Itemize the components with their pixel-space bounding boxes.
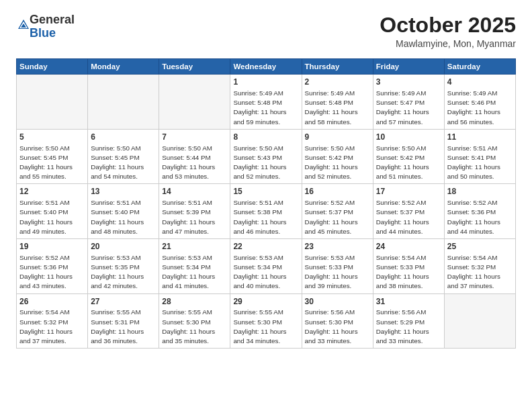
day-info: Sunrise: 5:50 AM Sunset: 5:45 PM Dayligh… bbox=[19, 144, 85, 182]
calendar-cell: 30Sunrise: 5:56 AM Sunset: 5:30 PM Dayli… bbox=[302, 293, 373, 349]
calendar-cell: 6Sunrise: 5:50 AM Sunset: 5:45 PM Daylig… bbox=[88, 129, 159, 184]
day-number: 18 bbox=[447, 186, 513, 197]
calendar-cell: 3Sunrise: 5:49 AM Sunset: 5:47 PM Daylig… bbox=[373, 75, 444, 130]
calendar-week-2: 5Sunrise: 5:50 AM Sunset: 5:45 PM Daylig… bbox=[17, 129, 516, 184]
logo-blue: Blue bbox=[30, 26, 56, 40]
col-header-sunday: Sunday bbox=[17, 59, 88, 75]
calendar-cell bbox=[444, 293, 515, 349]
day-number: 1 bbox=[233, 77, 298, 88]
col-header-saturday: Saturday bbox=[444, 59, 515, 75]
day-info: Sunrise: 5:55 AM Sunset: 5:30 PM Dayligh… bbox=[233, 308, 298, 346]
col-header-thursday: Thursday bbox=[302, 59, 373, 75]
calendar-cell: 29Sunrise: 5:55 AM Sunset: 5:30 PM Dayli… bbox=[230, 293, 302, 349]
day-info: Sunrise: 5:51 AM Sunset: 5:38 PM Dayligh… bbox=[233, 198, 298, 236]
day-info: Sunrise: 5:52 AM Sunset: 5:37 PM Dayligh… bbox=[376, 198, 441, 236]
day-info: Sunrise: 5:54 AM Sunset: 5:33 PM Dayligh… bbox=[376, 253, 441, 291]
calendar-cell: 20Sunrise: 5:53 AM Sunset: 5:35 PM Dayli… bbox=[88, 239, 159, 294]
day-info: Sunrise: 5:53 AM Sunset: 5:34 PM Dayligh… bbox=[162, 253, 227, 291]
calendar-cell: 26Sunrise: 5:54 AM Sunset: 5:32 PM Dayli… bbox=[17, 293, 88, 349]
day-number: 28 bbox=[162, 296, 227, 308]
calendar-cell: 9Sunrise: 5:50 AM Sunset: 5:42 PM Daylig… bbox=[302, 129, 373, 184]
day-info: Sunrise: 5:53 AM Sunset: 5:33 PM Dayligh… bbox=[305, 253, 370, 291]
day-number: 31 bbox=[376, 296, 441, 308]
calendar-cell: 15Sunrise: 5:51 AM Sunset: 5:38 PM Dayli… bbox=[230, 184, 302, 239]
calendar-header-row: SundayMondayTuesdayWednesdayThursdayFrid… bbox=[17, 59, 516, 75]
calendar-cell: 5Sunrise: 5:50 AM Sunset: 5:45 PM Daylig… bbox=[17, 129, 88, 184]
day-info: Sunrise: 5:52 AM Sunset: 5:36 PM Dayligh… bbox=[447, 198, 513, 236]
day-number: 10 bbox=[376, 132, 441, 143]
day-number: 12 bbox=[19, 186, 85, 197]
col-header-tuesday: Tuesday bbox=[159, 59, 230, 75]
calendar-cell: 27Sunrise: 5:55 AM Sunset: 5:31 PM Dayli… bbox=[88, 293, 159, 349]
day-info: Sunrise: 5:51 AM Sunset: 5:41 PM Dayligh… bbox=[447, 144, 513, 182]
calendar-cell bbox=[159, 75, 230, 130]
day-info: Sunrise: 5:49 AM Sunset: 5:47 PM Dayligh… bbox=[376, 89, 441, 127]
day-number: 14 bbox=[162, 186, 227, 197]
day-info: Sunrise: 5:55 AM Sunset: 5:30 PM Dayligh… bbox=[162, 308, 227, 346]
day-info: Sunrise: 5:49 AM Sunset: 5:46 PM Dayligh… bbox=[447, 89, 513, 127]
calendar-cell: 13Sunrise: 5:51 AM Sunset: 5:40 PM Dayli… bbox=[88, 184, 159, 239]
day-number: 25 bbox=[447, 241, 513, 253]
calendar-cell: 16Sunrise: 5:52 AM Sunset: 5:37 PM Dayli… bbox=[302, 184, 373, 239]
day-info: Sunrise: 5:52 AM Sunset: 5:36 PM Dayligh… bbox=[19, 253, 85, 291]
day-number: 7 bbox=[162, 132, 227, 143]
day-number: 16 bbox=[305, 186, 370, 197]
day-number: 27 bbox=[91, 296, 156, 308]
day-number: 13 bbox=[91, 186, 156, 197]
day-number: 11 bbox=[447, 132, 513, 143]
day-number: 9 bbox=[305, 132, 370, 143]
day-info: Sunrise: 5:54 AM Sunset: 5:32 PM Dayligh… bbox=[19, 308, 85, 346]
logo: General Blue bbox=[16, 13, 75, 40]
calendar-cell: 12Sunrise: 5:51 AM Sunset: 5:40 PM Dayli… bbox=[17, 184, 88, 239]
calendar-cell: 10Sunrise: 5:50 AM Sunset: 5:42 PM Dayli… bbox=[373, 129, 444, 184]
day-number: 29 bbox=[233, 296, 298, 308]
day-info: Sunrise: 5:55 AM Sunset: 5:31 PM Dayligh… bbox=[91, 308, 156, 346]
calendar-week-1: 1Sunrise: 5:49 AM Sunset: 5:48 PM Daylig… bbox=[17, 75, 516, 130]
calendar-cell: 24Sunrise: 5:54 AM Sunset: 5:33 PM Dayli… bbox=[373, 239, 444, 294]
day-info: Sunrise: 5:51 AM Sunset: 5:39 PM Dayligh… bbox=[162, 198, 227, 236]
day-info: Sunrise: 5:50 AM Sunset: 5:43 PM Dayligh… bbox=[233, 144, 298, 182]
day-info: Sunrise: 5:52 AM Sunset: 5:37 PM Dayligh… bbox=[305, 198, 370, 236]
calendar-cell bbox=[17, 75, 88, 130]
day-info: Sunrise: 5:50 AM Sunset: 5:45 PM Dayligh… bbox=[91, 144, 156, 182]
calendar-cell: 7Sunrise: 5:50 AM Sunset: 5:44 PM Daylig… bbox=[159, 129, 230, 184]
calendar-week-3: 12Sunrise: 5:51 AM Sunset: 5:40 PM Dayli… bbox=[17, 184, 516, 239]
col-header-friday: Friday bbox=[373, 59, 444, 75]
day-number: 8 bbox=[233, 132, 298, 143]
day-number: 30 bbox=[305, 296, 370, 308]
day-number: 3 bbox=[376, 77, 441, 88]
col-header-monday: Monday bbox=[88, 59, 159, 75]
day-info: Sunrise: 5:53 AM Sunset: 5:34 PM Dayligh… bbox=[233, 253, 298, 291]
calendar-cell: 4Sunrise: 5:49 AM Sunset: 5:46 PM Daylig… bbox=[444, 75, 515, 130]
day-info: Sunrise: 5:50 AM Sunset: 5:42 PM Dayligh… bbox=[376, 144, 441, 182]
calendar-cell: 11Sunrise: 5:51 AM Sunset: 5:41 PM Dayli… bbox=[444, 129, 515, 184]
day-info: Sunrise: 5:56 AM Sunset: 5:29 PM Dayligh… bbox=[376, 308, 441, 346]
day-number: 23 bbox=[305, 241, 370, 253]
logo-icon bbox=[17, 19, 30, 31]
calendar-cell: 18Sunrise: 5:52 AM Sunset: 5:36 PM Dayli… bbox=[444, 184, 515, 239]
day-number: 19 bbox=[19, 241, 85, 253]
calendar-cell: 14Sunrise: 5:51 AM Sunset: 5:39 PM Dayli… bbox=[159, 184, 230, 239]
logo-general: General bbox=[30, 13, 75, 26]
day-info: Sunrise: 5:51 AM Sunset: 5:40 PM Dayligh… bbox=[19, 198, 85, 236]
calendar-cell: 22Sunrise: 5:53 AM Sunset: 5:34 PM Dayli… bbox=[230, 239, 302, 294]
calendar-cell: 19Sunrise: 5:52 AM Sunset: 5:36 PM Dayli… bbox=[17, 239, 88, 294]
day-number: 17 bbox=[376, 186, 441, 197]
day-number: 6 bbox=[91, 132, 156, 143]
calendar-table: SundayMondayTuesdayWednesdayThursdayFrid… bbox=[16, 58, 516, 349]
day-number: 15 bbox=[233, 186, 298, 197]
day-info: Sunrise: 5:50 AM Sunset: 5:42 PM Dayligh… bbox=[305, 144, 370, 182]
day-info: Sunrise: 5:53 AM Sunset: 5:35 PM Dayligh… bbox=[91, 253, 156, 291]
day-info: Sunrise: 5:49 AM Sunset: 5:48 PM Dayligh… bbox=[305, 89, 370, 127]
day-info: Sunrise: 5:51 AM Sunset: 5:40 PM Dayligh… bbox=[91, 198, 156, 236]
col-header-wednesday: Wednesday bbox=[230, 59, 302, 75]
day-number: 2 bbox=[305, 77, 370, 88]
calendar-cell bbox=[88, 75, 159, 130]
calendar-cell: 8Sunrise: 5:50 AM Sunset: 5:43 PM Daylig… bbox=[230, 129, 302, 184]
calendar-cell: 23Sunrise: 5:53 AM Sunset: 5:33 PM Dayli… bbox=[302, 239, 373, 294]
day-number: 4 bbox=[447, 77, 513, 88]
day-number: 22 bbox=[233, 241, 298, 253]
calendar-week-4: 19Sunrise: 5:52 AM Sunset: 5:36 PM Dayli… bbox=[17, 239, 516, 294]
day-info: Sunrise: 5:54 AM Sunset: 5:32 PM Dayligh… bbox=[447, 253, 513, 291]
header: General Blue October 2025 Mawlamyine, Mo… bbox=[16, 13, 516, 49]
